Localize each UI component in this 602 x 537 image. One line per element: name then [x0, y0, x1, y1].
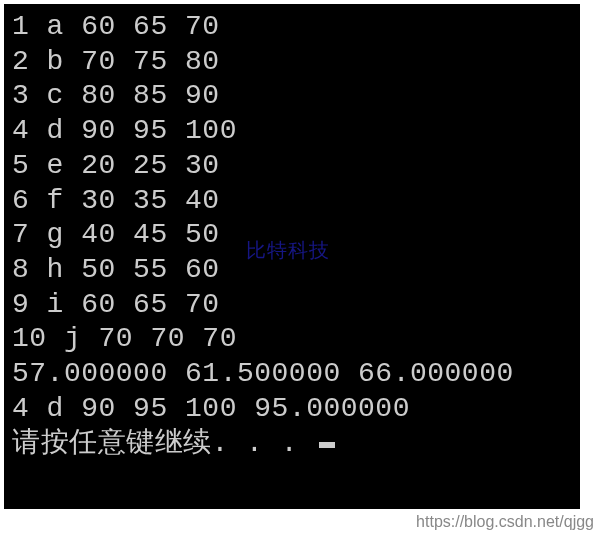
output-line: 4 d 90 95 100 95.000000: [12, 392, 572, 427]
output-line: 9 i 60 65 70: [12, 288, 572, 323]
output-line: 2 b 70 75 80: [12, 45, 572, 80]
output-line: 4 d 90 95 100: [12, 114, 572, 149]
output-line: 57.000000 61.500000 66.000000: [12, 357, 572, 392]
url-watermark: https://blog.csdn.net/qjgg: [416, 513, 594, 531]
output-line: 10 j 70 70 70: [12, 322, 572, 357]
prompt-text: 请按任意键继续. . .: [12, 428, 315, 459]
console-window: 1 a 60 65 70 2 b 70 75 80 3 c 80 85 90 4…: [4, 4, 580, 509]
output-line: 6 f 30 35 40: [12, 184, 572, 219]
output-line: 1 a 60 65 70: [12, 10, 572, 45]
cursor: [319, 442, 335, 448]
watermark-text: 比特科技: [246, 238, 330, 263]
prompt-line[interactable]: 请按任意键继续. . .: [12, 427, 572, 462]
output-line: 5 e 20 25 30: [12, 149, 572, 184]
output-line: 3 c 80 85 90: [12, 79, 572, 114]
